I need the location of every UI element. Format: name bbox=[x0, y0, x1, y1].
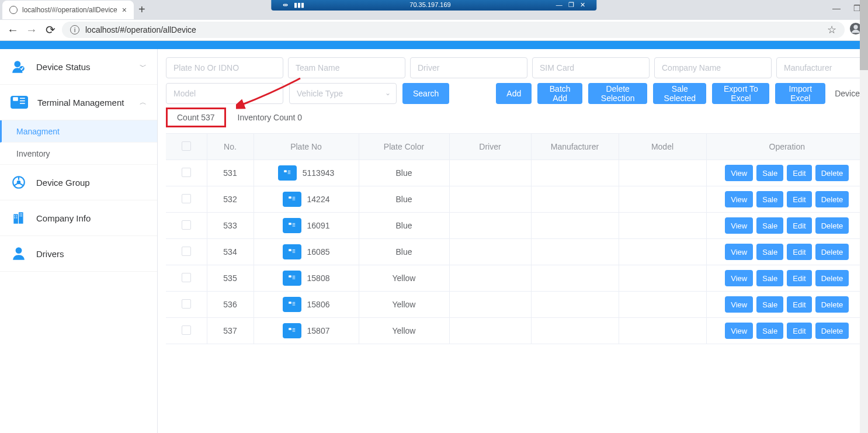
plate-idno-input[interactable] bbox=[166, 57, 283, 78]
bookmark-star-icon[interactable]: ☆ bbox=[827, 23, 836, 36]
edit-button[interactable]: Edit bbox=[787, 323, 811, 339]
svg-rect-35 bbox=[292, 251, 295, 251]
sidebar-subitem-inventory[interactable]: Inventory bbox=[0, 143, 157, 165]
sidebar-item-drivers[interactable]: Drivers bbox=[0, 236, 157, 272]
sale-button[interactable]: Sale bbox=[756, 296, 783, 313]
view-button[interactable]: View bbox=[725, 217, 753, 234]
driver-input[interactable] bbox=[410, 57, 527, 78]
sidebar-item-terminal-management[interactable]: Terminal Management ︿ bbox=[0, 85, 157, 120]
select-all-checkbox[interactable] bbox=[182, 141, 191, 151]
chevron-up-icon: ︿ bbox=[140, 98, 147, 108]
row-checkbox[interactable] bbox=[182, 168, 191, 177]
svg-rect-33 bbox=[289, 249, 291, 251]
manufacturer-input[interactable] bbox=[776, 57, 868, 78]
svg-rect-7 bbox=[20, 103, 25, 104]
sale-button[interactable]: Sale bbox=[756, 270, 783, 286]
svg-rect-39 bbox=[292, 277, 295, 278]
export-excel-button[interactable]: Export To Excel bbox=[712, 83, 769, 104]
plate-badge-icon bbox=[283, 271, 301, 286]
edit-button[interactable]: Edit bbox=[787, 165, 811, 181]
cell-driver bbox=[449, 186, 531, 213]
edit-button[interactable]: Edit bbox=[787, 270, 811, 286]
svg-rect-40 bbox=[292, 279, 295, 279]
scrollbar-thumb[interactable] bbox=[860, 0, 868, 70]
sidebar-item-device-status[interactable]: Device Status ﹀ bbox=[0, 49, 157, 85]
sidebar-item-company-info[interactable]: Company Info bbox=[0, 200, 157, 236]
svg-rect-29 bbox=[289, 223, 291, 225]
close-remote-icon[interactable]: ✕ bbox=[580, 1, 585, 9]
delete-button[interactable]: Delete bbox=[815, 217, 849, 234]
company-name-input[interactable] bbox=[654, 57, 772, 78]
sale-button[interactable]: Sale bbox=[756, 244, 783, 260]
tab-close-icon[interactable]: × bbox=[122, 5, 127, 15]
page-scrollbar[interactable] bbox=[860, 0, 868, 433]
delete-selection-button[interactable]: Delete Selection bbox=[588, 83, 647, 104]
nav-back-icon[interactable]: ← bbox=[6, 23, 20, 37]
cell-plate: 15806 bbox=[254, 292, 359, 318]
sidebar-item-device-group[interactable]: Device Group bbox=[0, 165, 157, 200]
sidebar: Device Status ﹀ Terminal Management ︿ Ma… bbox=[0, 49, 158, 433]
row-checkbox[interactable] bbox=[182, 273, 191, 282]
sidebar-item-label: Drivers bbox=[36, 249, 147, 259]
add-button[interactable]: Add bbox=[496, 83, 532, 104]
url-field[interactable]: i localhost/#/operation/allDevice ☆ bbox=[62, 22, 845, 38]
signal-icon[interactable]: ▮▮▮ bbox=[294, 1, 304, 9]
view-button[interactable]: View bbox=[725, 191, 753, 207]
sale-button[interactable]: Sale bbox=[756, 217, 783, 234]
svg-rect-46 bbox=[292, 328, 295, 329]
sim-card-input[interactable] bbox=[532, 57, 650, 78]
browser-chrome: localhost/#/operation/allDevice × + ⇹ ▮▮… bbox=[0, 0, 868, 41]
row-checkbox[interactable] bbox=[182, 325, 191, 335]
search-button[interactable]: Search bbox=[402, 83, 449, 104]
window-minimize-icon[interactable]: — bbox=[832, 4, 841, 13]
site-info-icon[interactable]: i bbox=[70, 25, 79, 34]
restore-remote-icon[interactable]: ❐ bbox=[568, 1, 574, 9]
new-tab-button[interactable]: + bbox=[134, 3, 150, 16]
sidebar-subitem-management[interactable]: Managment bbox=[0, 120, 157, 143]
nav-reload-icon[interactable]: ⟳ bbox=[43, 23, 57, 37]
edit-button[interactable]: Edit bbox=[787, 244, 811, 260]
model-input[interactable] bbox=[166, 83, 283, 104]
view-button[interactable]: View bbox=[725, 165, 753, 181]
vehicle-type-select[interactable] bbox=[289, 83, 397, 104]
delete-button[interactable]: Delete bbox=[815, 296, 849, 313]
row-checkbox[interactable] bbox=[182, 247, 191, 256]
delete-button[interactable]: Delete bbox=[815, 323, 849, 339]
view-button[interactable]: View bbox=[725, 244, 753, 260]
view-button[interactable]: View bbox=[725, 296, 753, 313]
nav-forward-icon[interactable]: → bbox=[25, 23, 39, 37]
row-checkbox[interactable] bbox=[182, 220, 191, 230]
batch-add-button[interactable]: Batch Add bbox=[537, 83, 582, 104]
delete-button[interactable]: Delete bbox=[815, 191, 849, 207]
cell-operation: ViewSaleEditDelete bbox=[706, 265, 868, 292]
delete-button[interactable]: Delete bbox=[815, 165, 849, 181]
view-button[interactable]: View bbox=[725, 270, 753, 286]
team-name-input[interactable] bbox=[288, 57, 405, 78]
count-bar: Count 537 Inventory Count 0 bbox=[166, 108, 868, 127]
sale-button[interactable]: Sale bbox=[756, 191, 783, 207]
driver-icon bbox=[11, 245, 27, 262]
edit-button[interactable]: Edit bbox=[787, 191, 811, 207]
minimize-remote-icon[interactable]: — bbox=[556, 1, 563, 8]
terminal-icon bbox=[11, 96, 28, 109]
sale-selected-button[interactable]: Sale Selected bbox=[653, 83, 706, 104]
pin-icon[interactable]: ⇹ bbox=[283, 1, 288, 9]
sale-button[interactable]: Sale bbox=[756, 165, 783, 181]
edit-button[interactable]: Edit bbox=[787, 217, 811, 234]
delete-button[interactable]: Delete bbox=[815, 270, 849, 286]
row-checkbox[interactable] bbox=[182, 194, 191, 203]
edit-button[interactable]: Edit bbox=[787, 296, 811, 313]
col-model: Model bbox=[619, 134, 706, 160]
view-button[interactable]: View bbox=[725, 323, 753, 339]
sale-button[interactable]: Sale bbox=[756, 323, 783, 339]
svg-rect-45 bbox=[289, 328, 291, 330]
cell-no: 535 bbox=[207, 265, 254, 292]
cell-model bbox=[619, 265, 706, 292]
row-checkbox[interactable] bbox=[182, 299, 191, 309]
svg-rect-14 bbox=[14, 217, 15, 219]
browser-tab[interactable]: localhost/#/operation/allDevice × bbox=[2, 1, 134, 19]
import-excel-button[interactable]: Import Excel bbox=[775, 83, 825, 104]
table-row: 53316091BlueViewSaleEditDelete bbox=[166, 213, 868, 239]
delete-button[interactable]: Delete bbox=[815, 244, 849, 260]
sidebar-item-label: Device Status bbox=[36, 62, 130, 72]
